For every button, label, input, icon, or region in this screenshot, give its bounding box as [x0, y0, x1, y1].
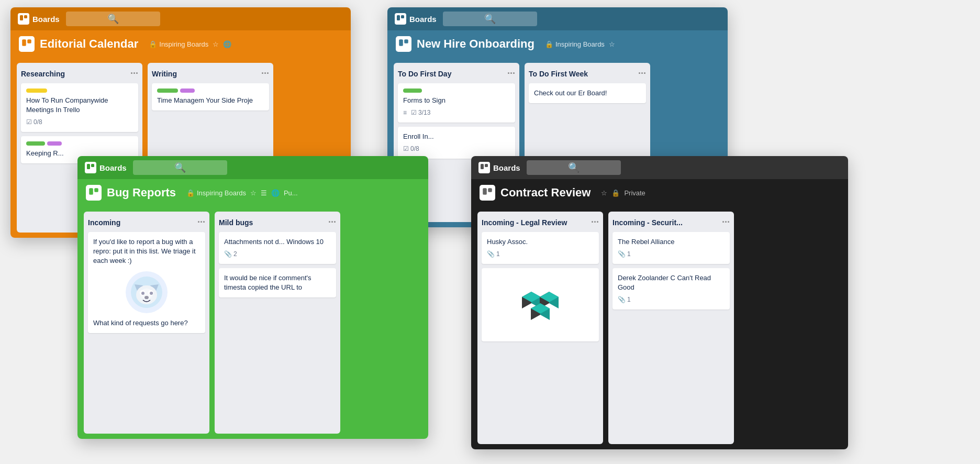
star-icon-onboarding[interactable]: ☆: [609, 40, 615, 48]
label-purple2: [180, 89, 195, 93]
star-icon-contract[interactable]: ☆: [601, 189, 607, 197]
card-text-keeping: Keeping R...: [26, 149, 64, 157]
cube-logo-image: [509, 279, 572, 331]
svg-rect-9: [91, 164, 94, 167]
lists-area-contract: Incoming - Legal Review ··· Husky Assoc.…: [471, 206, 848, 449]
topbar-label-onboarding: Boards: [409, 15, 437, 24]
card-text-checkout: Check out our Er Board!: [534, 89, 607, 97]
list-header-firstweek: To Do First Week ···: [529, 68, 646, 79]
topbar-logo-contract: Boards: [478, 162, 520, 173]
list-menu-researching[interactable]: ···: [130, 68, 138, 79]
card-forms[interactable]: Forms to Sign ≡ ☑3/13: [398, 83, 515, 123]
list-title-firstday: To Do First Day: [398, 70, 451, 78]
card-husky-assoc[interactable]: Husky Assoc. 📎1: [482, 232, 599, 264]
card-zoolander[interactable]: Derek Zoolander C Can't Read Good 📎1: [612, 268, 730, 310]
svg-rect-22: [481, 164, 484, 169]
board-title-onboarding: New Hire Onboarding: [417, 37, 534, 51]
board-header-contract: Contract Review ☆ 🔒 Private: [471, 179, 848, 206]
svg-rect-3: [27, 39, 31, 43]
lock-icon-bugs: 🔒: [186, 189, 195, 197]
label-green2: [157, 89, 178, 93]
card-footer-companywide: ☑0/8: [26, 118, 133, 127]
card-comment-url[interactable]: It would be nice if comment's timesta co…: [219, 268, 336, 297]
card-enroll[interactable]: Enroll In... ☑0/8: [398, 127, 515, 159]
attachment-icon3: 📎: [618, 250, 626, 259]
list-menu-writing[interactable]: ···: [261, 68, 269, 79]
card-text-companywide: How To Run Companywide Meetings In Trell…: [26, 96, 108, 114]
topbar-onboarding: Boards 🔍: [387, 7, 728, 30]
card-text-enroll: Enroll In...: [403, 132, 434, 140]
workspace-label-onboarding: Inspiring Boards: [555, 40, 605, 48]
list-title-mild-bugs: Mild bugs: [219, 218, 253, 227]
card-footer-rebel: 📎1: [618, 250, 725, 259]
list-header-incoming-bugs: Incoming ···: [88, 217, 205, 228]
list-title-researching: Researching: [21, 70, 65, 78]
list-menu-incoming-bugs[interactable]: ···: [197, 217, 205, 228]
list-icon: ≡: [403, 108, 407, 117]
board-header-bugs: Bug Reports 🔒 Inspiring Boards ☆ ☰ 🌐 Pu.…: [77, 179, 428, 206]
workspace-label-editorial: Inspiring Boards: [159, 40, 208, 48]
window-bugs: Boards 🔍 Bug Reports 🔒 Inspiring Boards …: [77, 156, 428, 439]
card-report-bug[interactable]: If you'd like to report a bug with a rep…: [88, 232, 205, 333]
card-checkout[interactable]: Check out our Er Board!: [529, 83, 646, 103]
workspace-label-bugs: Inspiring Boards: [197, 189, 246, 197]
card-attachments[interactable]: Attachments not d... Windows 10 📎2: [219, 232, 336, 264]
card-labels-forms: [403, 89, 510, 93]
list-title-writing: Writing: [152, 70, 177, 78]
board-logo-contract: [480, 185, 495, 201]
board-header-editorial: Editorial Calendar 🔒 Inspiring Boards ☆ …: [10, 30, 351, 58]
topbar-logo-bugs: Boards: [85, 162, 127, 173]
svg-rect-0: [20, 15, 23, 20]
list-menu-incoming-security[interactable]: ···: [722, 217, 730, 228]
list-menu-incoming-legal[interactable]: ···: [591, 217, 599, 228]
checkbox-icon3: ☑: [403, 145, 409, 153]
card-timemanage[interactable]: Time Managem Your Side Proje: [152, 83, 269, 111]
list-menu-firstday[interactable]: ···: [507, 68, 515, 79]
card-rebel-alliance[interactable]: The Rebel Alliance 📎1: [612, 232, 730, 264]
topbar-contract: Boards 🔍: [471, 156, 848, 179]
list-title-incoming-security: Incoming - Securit...: [612, 218, 683, 227]
topbar-editorial: Boards 🔍: [10, 7, 351, 30]
svg-rect-1: [24, 15, 27, 18]
card-companywide[interactable]: How To Run Companywide Meetings In Trell…: [21, 83, 138, 132]
card-footer-attachments: 📎2: [224, 250, 331, 259]
card-labels-companywide: [26, 89, 133, 93]
list-mild-bugs: Mild bugs ··· Attachments not d... Windo…: [215, 212, 340, 434]
card-footer-forms: ≡ ☑3/13: [403, 108, 510, 117]
board-title-bugs: Bug Reports: [107, 186, 176, 200]
window-contract: Boards 🔍 Contract Review ☆ 🔒 Private Inc…: [471, 156, 848, 449]
board-title-contract: Contract Review: [500, 186, 591, 200]
list-menu-firstweek[interactable]: ···: [638, 68, 646, 79]
topbar-bugs: Boards 🔍: [77, 156, 428, 179]
globe-icon-editorial: 🌐: [223, 40, 231, 48]
board-meta-editorial: 🔒 Inspiring Boards ☆ 🌐: [149, 40, 231, 48]
card-cube-logo[interactable]: [482, 268, 599, 341]
card-footer-husky: 📎1: [487, 250, 594, 259]
label-yellow: [26, 89, 47, 93]
star-icon-editorial[interactable]: ☆: [213, 40, 219, 48]
svg-rect-4: [397, 15, 400, 20]
svg-rect-25: [488, 188, 492, 192]
topbar-search-onboarding[interactable]: 🔍: [443, 12, 537, 26]
board-logo-editorial: [19, 36, 35, 52]
label-green3: [403, 89, 422, 93]
topbar-search-bugs[interactable]: 🔍: [133, 160, 227, 175]
list-header-firstday: To Do First Day ···: [398, 68, 515, 79]
list-header-incoming-security: Incoming - Securit... ···: [612, 217, 730, 228]
star-icon-bugs[interactable]: ☆: [250, 189, 257, 197]
trello-icon-onboarding: [395, 13, 406, 25]
list-header-writing: Writing ···: [152, 68, 269, 79]
svg-rect-2: [22, 39, 26, 46]
svg-rect-6: [399, 39, 403, 46]
board-meta-contract: ☆ 🔒 Private: [601, 189, 645, 197]
list-title-incoming-bugs: Incoming: [88, 218, 120, 227]
menu-icon-bugs[interactable]: ☰: [261, 189, 267, 197]
card-footer-zoolander: 📎1: [618, 295, 725, 304]
card-labels-timemanage: [157, 89, 264, 93]
topbar-search-editorial[interactable]: 🔍: [66, 12, 160, 26]
topbar-search-contract[interactable]: 🔍: [527, 160, 621, 175]
board-logo-bugs: [86, 185, 102, 201]
list-menu-mild-bugs[interactable]: ···: [328, 217, 336, 228]
card-text-rebel-alliance: The Rebel Alliance: [618, 238, 674, 246]
husky-image: [126, 271, 168, 313]
